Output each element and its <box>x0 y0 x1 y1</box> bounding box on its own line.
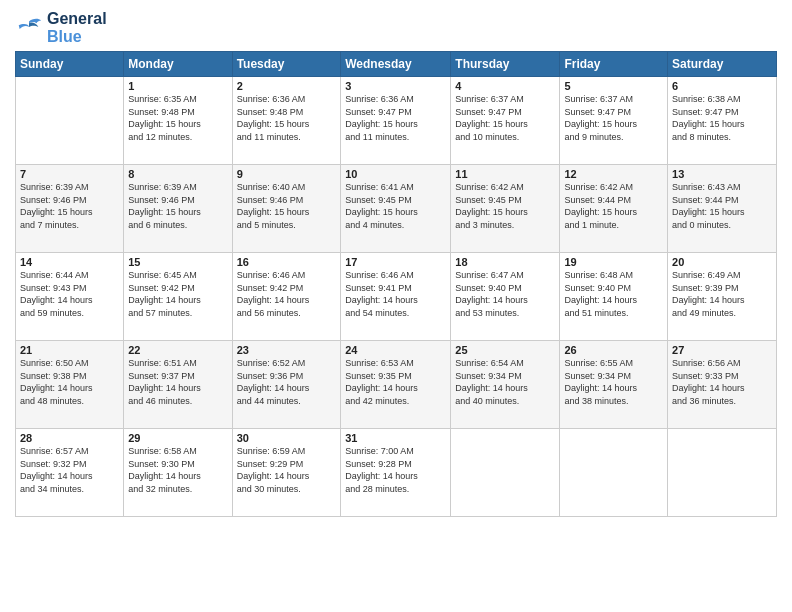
day-info: Sunrise: 6:44 AM Sunset: 9:43 PM Dayligh… <box>20 269 119 319</box>
day-number: 18 <box>455 256 555 268</box>
weekday-header-monday: Monday <box>124 52 232 77</box>
day-number: 1 <box>128 80 227 92</box>
day-info: Sunrise: 6:54 AM Sunset: 9:34 PM Dayligh… <box>455 357 555 407</box>
calendar-cell: 4Sunrise: 6:37 AM Sunset: 9:47 PM Daylig… <box>451 77 560 165</box>
day-info: Sunrise: 6:46 AM Sunset: 9:41 PM Dayligh… <box>345 269 446 319</box>
day-number: 2 <box>237 80 337 92</box>
day-number: 5 <box>564 80 663 92</box>
day-number: 31 <box>345 432 446 444</box>
calendar-cell: 26Sunrise: 6:55 AM Sunset: 9:34 PM Dayli… <box>560 341 668 429</box>
day-number: 16 <box>237 256 337 268</box>
day-number: 13 <box>672 168 772 180</box>
calendar-week-row: 28Sunrise: 6:57 AM Sunset: 9:32 PM Dayli… <box>16 429 777 517</box>
calendar-cell: 3Sunrise: 6:36 AM Sunset: 9:47 PM Daylig… <box>341 77 451 165</box>
calendar-cell: 22Sunrise: 6:51 AM Sunset: 9:37 PM Dayli… <box>124 341 232 429</box>
calendar-cell: 24Sunrise: 6:53 AM Sunset: 9:35 PM Dayli… <box>341 341 451 429</box>
day-info: Sunrise: 6:43 AM Sunset: 9:44 PM Dayligh… <box>672 181 772 231</box>
calendar-cell <box>560 429 668 517</box>
day-info: Sunrise: 6:37 AM Sunset: 9:47 PM Dayligh… <box>564 93 663 143</box>
day-info: Sunrise: 6:39 AM Sunset: 9:46 PM Dayligh… <box>20 181 119 231</box>
calendar-cell: 6Sunrise: 6:38 AM Sunset: 9:47 PM Daylig… <box>668 77 777 165</box>
calendar-cell <box>668 429 777 517</box>
day-info: Sunrise: 6:41 AM Sunset: 9:45 PM Dayligh… <box>345 181 446 231</box>
calendar-cell: 25Sunrise: 6:54 AM Sunset: 9:34 PM Dayli… <box>451 341 560 429</box>
day-number: 29 <box>128 432 227 444</box>
calendar-cell: 20Sunrise: 6:49 AM Sunset: 9:39 PM Dayli… <box>668 253 777 341</box>
weekday-header-thursday: Thursday <box>451 52 560 77</box>
calendar-cell: 8Sunrise: 6:39 AM Sunset: 9:46 PM Daylig… <box>124 165 232 253</box>
calendar-cell: 7Sunrise: 6:39 AM Sunset: 9:46 PM Daylig… <box>16 165 124 253</box>
calendar-week-row: 14Sunrise: 6:44 AM Sunset: 9:43 PM Dayli… <box>16 253 777 341</box>
day-info: Sunrise: 6:53 AM Sunset: 9:35 PM Dayligh… <box>345 357 446 407</box>
calendar-cell: 27Sunrise: 6:56 AM Sunset: 9:33 PM Dayli… <box>668 341 777 429</box>
day-number: 30 <box>237 432 337 444</box>
calendar-week-row: 21Sunrise: 6:50 AM Sunset: 9:38 PM Dayli… <box>16 341 777 429</box>
weekday-header-friday: Friday <box>560 52 668 77</box>
calendar-cell: 21Sunrise: 6:50 AM Sunset: 9:38 PM Dayli… <box>16 341 124 429</box>
calendar-cell <box>16 77 124 165</box>
calendar-cell: 28Sunrise: 6:57 AM Sunset: 9:32 PM Dayli… <box>16 429 124 517</box>
day-info: Sunrise: 6:56 AM Sunset: 9:33 PM Dayligh… <box>672 357 772 407</box>
calendar-cell: 19Sunrise: 6:48 AM Sunset: 9:40 PM Dayli… <box>560 253 668 341</box>
calendar-cell: 17Sunrise: 6:46 AM Sunset: 9:41 PM Dayli… <box>341 253 451 341</box>
day-number: 21 <box>20 344 119 356</box>
day-info: Sunrise: 6:42 AM Sunset: 9:44 PM Dayligh… <box>564 181 663 231</box>
day-number: 3 <box>345 80 446 92</box>
day-info: Sunrise: 6:36 AM Sunset: 9:48 PM Dayligh… <box>237 93 337 143</box>
day-number: 17 <box>345 256 446 268</box>
day-number: 24 <box>345 344 446 356</box>
calendar-cell: 16Sunrise: 6:46 AM Sunset: 9:42 PM Dayli… <box>232 253 341 341</box>
day-info: Sunrise: 6:58 AM Sunset: 9:30 PM Dayligh… <box>128 445 227 495</box>
calendar-table: SundayMondayTuesdayWednesdayThursdayFrid… <box>15 51 777 517</box>
calendar-cell: 23Sunrise: 6:52 AM Sunset: 9:36 PM Dayli… <box>232 341 341 429</box>
logo-text: General Blue <box>47 10 107 45</box>
calendar-cell: 12Sunrise: 6:42 AM Sunset: 9:44 PM Dayli… <box>560 165 668 253</box>
calendar-cell: 2Sunrise: 6:36 AM Sunset: 9:48 PM Daylig… <box>232 77 341 165</box>
calendar-cell: 18Sunrise: 6:47 AM Sunset: 9:40 PM Dayli… <box>451 253 560 341</box>
day-info: Sunrise: 6:40 AM Sunset: 9:46 PM Dayligh… <box>237 181 337 231</box>
day-info: Sunrise: 6:49 AM Sunset: 9:39 PM Dayligh… <box>672 269 772 319</box>
calendar-cell <box>451 429 560 517</box>
day-number: 28 <box>20 432 119 444</box>
calendar-cell: 29Sunrise: 6:58 AM Sunset: 9:30 PM Dayli… <box>124 429 232 517</box>
calendar-cell: 5Sunrise: 6:37 AM Sunset: 9:47 PM Daylig… <box>560 77 668 165</box>
calendar-cell: 14Sunrise: 6:44 AM Sunset: 9:43 PM Dayli… <box>16 253 124 341</box>
logo-icon <box>15 14 43 42</box>
day-number: 12 <box>564 168 663 180</box>
day-number: 8 <box>128 168 227 180</box>
day-number: 15 <box>128 256 227 268</box>
day-info: Sunrise: 7:00 AM Sunset: 9:28 PM Dayligh… <box>345 445 446 495</box>
calendar-cell: 13Sunrise: 6:43 AM Sunset: 9:44 PM Dayli… <box>668 165 777 253</box>
calendar-cell: 1Sunrise: 6:35 AM Sunset: 9:48 PM Daylig… <box>124 77 232 165</box>
day-info: Sunrise: 6:51 AM Sunset: 9:37 PM Dayligh… <box>128 357 227 407</box>
day-number: 6 <box>672 80 772 92</box>
logo: General Blue <box>15 10 107 45</box>
day-info: Sunrise: 6:52 AM Sunset: 9:36 PM Dayligh… <box>237 357 337 407</box>
day-number: 4 <box>455 80 555 92</box>
day-number: 11 <box>455 168 555 180</box>
day-info: Sunrise: 6:45 AM Sunset: 9:42 PM Dayligh… <box>128 269 227 319</box>
day-number: 9 <box>237 168 337 180</box>
page-header: General Blue <box>15 10 777 45</box>
day-info: Sunrise: 6:37 AM Sunset: 9:47 PM Dayligh… <box>455 93 555 143</box>
day-number: 26 <box>564 344 663 356</box>
calendar-cell: 9Sunrise: 6:40 AM Sunset: 9:46 PM Daylig… <box>232 165 341 253</box>
day-info: Sunrise: 6:38 AM Sunset: 9:47 PM Dayligh… <box>672 93 772 143</box>
day-number: 25 <box>455 344 555 356</box>
day-number: 14 <box>20 256 119 268</box>
day-info: Sunrise: 6:57 AM Sunset: 9:32 PM Dayligh… <box>20 445 119 495</box>
calendar-week-row: 7Sunrise: 6:39 AM Sunset: 9:46 PM Daylig… <box>16 165 777 253</box>
day-info: Sunrise: 6:48 AM Sunset: 9:40 PM Dayligh… <box>564 269 663 319</box>
day-number: 19 <box>564 256 663 268</box>
day-info: Sunrise: 6:59 AM Sunset: 9:29 PM Dayligh… <box>237 445 337 495</box>
day-info: Sunrise: 6:42 AM Sunset: 9:45 PM Dayligh… <box>455 181 555 231</box>
day-number: 7 <box>20 168 119 180</box>
weekday-header-saturday: Saturday <box>668 52 777 77</box>
day-info: Sunrise: 6:35 AM Sunset: 9:48 PM Dayligh… <box>128 93 227 143</box>
day-info: Sunrise: 6:50 AM Sunset: 9:38 PM Dayligh… <box>20 357 119 407</box>
weekday-header-tuesday: Tuesday <box>232 52 341 77</box>
calendar-cell: 11Sunrise: 6:42 AM Sunset: 9:45 PM Dayli… <box>451 165 560 253</box>
day-number: 22 <box>128 344 227 356</box>
day-number: 20 <box>672 256 772 268</box>
weekday-header-row: SundayMondayTuesdayWednesdayThursdayFrid… <box>16 52 777 77</box>
